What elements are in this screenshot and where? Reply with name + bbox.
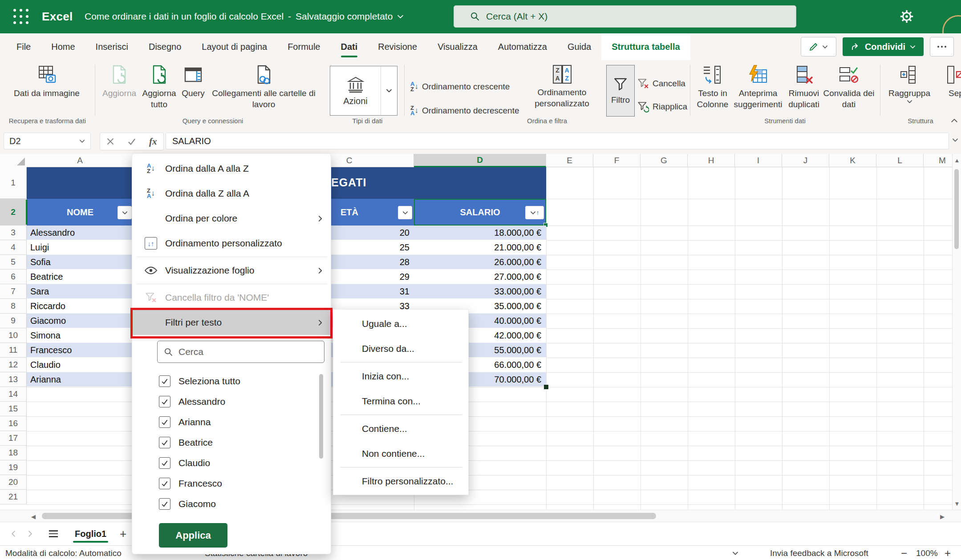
search-box[interactable]: Cerca (Alt + X) <box>454 5 796 28</box>
formula-input[interactable]: SALARIO <box>166 133 949 149</box>
select-all-corner[interactable] <box>0 154 27 168</box>
filter-button-eta[interactable] <box>398 206 412 219</box>
submenu-item-diverso-da-[interactable]: Diverso da... <box>333 336 469 361</box>
row-header-4[interactable]: 4 <box>0 240 27 255</box>
filter-checkbox-alessandro[interactable]: Alessandro <box>159 391 310 412</box>
row-header-18[interactable]: 18 <box>0 446 27 460</box>
sort-descending-button[interactable]: ZA↓ Ordinamento decrescente <box>410 105 519 116</box>
filter-checkbox-claudio[interactable]: Claudio <box>159 453 310 473</box>
ribbon-tab-formule[interactable]: Formule <box>277 33 330 60</box>
ribbon-tab-file[interactable]: File <box>6 33 41 60</box>
menu-item-ordina-per-colore[interactable]: Ordina per colore <box>132 206 332 231</box>
cell-nome[interactable]: Francesco <box>30 343 72 357</box>
filter-checkbox-beatrice[interactable]: Beatrice <box>159 432 310 453</box>
row-header-5[interactable]: 5 <box>0 255 27 270</box>
submenu-item-filtro-personalizzato-[interactable]: Filtro personalizzato... <box>333 469 469 494</box>
collapse-ribbon-icon[interactable] <box>951 117 958 124</box>
avatar[interactable] <box>942 15 961 33</box>
cell-nome[interactable]: Beatrice <box>30 270 63 284</box>
scroll-up-arrow[interactable]: ▲ <box>953 156 961 165</box>
ribbon-tab-automatizza[interactable]: Automatizza <box>488 33 557 60</box>
ribbon-tab-visualizza[interactable]: Visualizza <box>427 33 488 60</box>
ribbon-tab-guida[interactable]: Guida <box>557 33 601 60</box>
row-header-9[interactable]: 9 <box>0 314 27 328</box>
sort-ascending-button[interactable]: AZ↓ Ordinamento crescente <box>410 81 510 92</box>
cell-nome[interactable]: Giacomo <box>30 314 66 328</box>
ribbon-tab-revisione[interactable]: Revisione <box>368 33 427 60</box>
filter-list-scrollbar[interactable] <box>319 374 323 459</box>
filter-checkbox-seleziona-tutto[interactable]: Seleziona tutto <box>159 371 310 391</box>
sheet-list-icon[interactable] <box>49 530 58 537</box>
ribbon-tab-layout-di-pagina[interactable]: Layout di pagina <box>191 33 277 60</box>
custom-sort-button[interactable]: ZAAZ Ordinamento personalizzato <box>523 64 601 109</box>
settings-gear-icon[interactable] <box>899 9 914 24</box>
filter-checkbox-francesco[interactable]: Francesco <box>159 473 310 494</box>
column-header-L[interactable]: L <box>876 154 924 167</box>
row-header-21[interactable]: 21 <box>0 490 27 504</box>
row-header-6[interactable]: 6 <box>0 270 27 284</box>
cell-nome[interactable]: Simona <box>30 328 61 342</box>
group-button[interactable]: Raggruppa <box>885 64 934 105</box>
row-header-10[interactable]: 10 <box>0 328 27 343</box>
table-fill-handle[interactable] <box>544 385 548 389</box>
query-button[interactable]: Query <box>176 64 211 99</box>
cell-nome[interactable]: Luigi <box>30 240 49 254</box>
row-header-19[interactable]: 19 <box>0 460 27 475</box>
refresh-button[interactable]: Aggiorna <box>97 64 142 99</box>
cell-nome[interactable]: Riccardo <box>30 299 65 313</box>
column-header-A[interactable]: A <box>27 154 134 167</box>
column-header-J[interactable]: J <box>782 154 829 167</box>
scroll-left-arrow[interactable]: ◀ <box>28 510 39 523</box>
row-header-13[interactable]: 13 <box>0 372 27 387</box>
scroll-down-arrow[interactable]: ▼ <box>953 499 961 508</box>
filter-button[interactable]: Filtro <box>606 65 635 117</box>
submenu-item-uguale-a-[interactable]: Uguale a... <box>333 311 469 336</box>
column-header-K[interactable]: K <box>829 154 876 167</box>
zoom-out-button[interactable]: − <box>901 546 907 560</box>
column-header-D[interactable]: D <box>414 154 546 167</box>
menu-item-ordinamento-personalizzato[interactable]: ↓↑Ordinamento personalizzato <box>132 231 332 256</box>
title-chevron-down-icon[interactable] <box>397 13 404 20</box>
menu-item-visualizzazione-foglio[interactable]: Visualizzazione foglio <box>132 258 332 283</box>
expand-formula-bar-icon[interactable] <box>952 137 958 143</box>
actions-dropdown[interactable] <box>381 66 397 115</box>
cell-salario[interactable]: 33.000,00 € <box>414 284 541 298</box>
cell-nome[interactable]: Claudio <box>30 358 61 372</box>
cell-nome[interactable]: Arianna <box>30 372 61 387</box>
row-header-14[interactable]: 14 <box>0 387 27 402</box>
column-header-E[interactable]: E <box>546 154 593 167</box>
clear-filter-button[interactable]: Cancella <box>637 78 685 89</box>
cell-salario[interactable]: 21.000,00 € <box>414 240 541 254</box>
app-name[interactable]: Excel <box>42 10 73 24</box>
vertical-scrollbar[interactable]: ▲ ▼ <box>952 154 961 510</box>
name-box[interactable]: D2 <box>4 133 91 149</box>
sheet-tab-foglio1[interactable]: Foglio1 <box>73 524 108 544</box>
apply-button[interactable]: Applica <box>159 523 227 548</box>
confirm-entry-icon[interactable] <box>127 137 136 146</box>
vertical-scroll-thumb[interactable] <box>954 169 959 249</box>
cell-nome[interactable]: Sara <box>30 284 49 298</box>
data-validation-button[interactable]: Convalida dei dati <box>820 64 878 110</box>
data-types-actions-button[interactable]: Azioni <box>330 66 397 116</box>
row-header-16[interactable]: 16 <box>0 416 27 431</box>
row-header-3[interactable]: 3 <box>0 226 27 240</box>
ribbon-tab-struttura-tabella[interactable]: Struttura tabella <box>601 33 690 60</box>
app-launcher-icon[interactable] <box>13 9 29 25</box>
scroll-right-arrow[interactable]: ▶ <box>937 510 948 523</box>
prev-sheet-icon[interactable] <box>10 530 17 537</box>
row-header-17[interactable]: 17 <box>0 431 27 446</box>
cell-salario[interactable]: 27.000,00 € <box>414 270 541 284</box>
column-header-I[interactable]: I <box>735 154 782 167</box>
ribbon-tab-inserisci[interactable]: Inserisci <box>85 33 138 60</box>
document-title[interactable]: Come ordinare i dati in un foglio di cal… <box>85 11 404 22</box>
ribbon-tab-home[interactable]: Home <box>41 33 85 60</box>
add-sheet-button[interactable]: + <box>120 527 126 541</box>
row-header-1[interactable]: 1 <box>0 167 27 199</box>
menu-item-filtri-per-testo[interactable]: Filtri per testo <box>132 310 332 335</box>
submenu-item-inizia-con-[interactable]: Inizia con... <box>333 364 469 389</box>
ribbon-tab-disegno[interactable]: Disegno <box>138 33 191 60</box>
column-header-H[interactable]: H <box>688 154 735 167</box>
zoom-level[interactable]: 100% <box>916 546 938 560</box>
menu-item-ordina-dalla-a-alla-z[interactable]: AZ↓Ordina dalla A alla Z <box>132 156 332 181</box>
editing-mode-button[interactable] <box>801 37 836 56</box>
